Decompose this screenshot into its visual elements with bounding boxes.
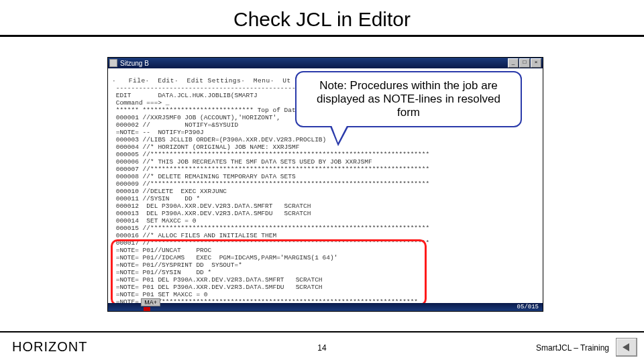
- slide-title: Check JCL in Editor: [0, 8, 644, 31]
- code-line: 000017 //*******************************…: [112, 239, 429, 247]
- code-line: 000006 //* THIS JOB RECREATES THE SMF DA…: [112, 158, 372, 166]
- status-indicator: [144, 307, 150, 311]
- note-line: =NOTE= P01 DEL P390A.XXR.DEV.V2R3.DATA.S…: [112, 276, 323, 284]
- code-line: 000009 //*******************************…: [112, 180, 429, 188]
- code-line: 000015 //*******************************…: [112, 225, 429, 232]
- edit-header: EDIT DATA.JCL.HUK.JOBLIB(SMARTJ: [112, 92, 258, 99]
- product-name: SmartJCL – Training: [536, 343, 609, 353]
- maximize-button[interactable]: □: [519, 58, 530, 68]
- title-underline: [0, 35, 644, 37]
- code-line: 000016 //* ALLOC FILES AND INITIALISE TH…: [112, 232, 276, 239]
- code-line: 000005 //*******************************…: [112, 151, 429, 158]
- command-input[interactable]: Command ===> _: [112, 99, 170, 107]
- code-line: =NOTE= -- NOTIFY=P390J: [112, 129, 204, 136]
- code-line: 000004 //* HORIZONT (ORIGINAL) JOB NAME:…: [112, 143, 299, 151]
- note-line: =NOTE= P01 DEL P390A.XXR.DEV.V2R3.DATA.S…: [112, 284, 323, 291]
- callout-tail-fill: [331, 123, 348, 143]
- code-line: 000010 //DELETE EXEC XXRJUNC: [112, 188, 227, 195]
- code-line: 000012 DEL P390A.XXR.DEV.V2R3.DATA.SMFRT…: [112, 202, 311, 210]
- note-line: =NOTE= P01//SYSPRINT DD SYSOUT=*: [112, 261, 242, 269]
- ispf-menubar[interactable]: · File· Edit· Edit Settings· Menu· Ut: [112, 77, 291, 84]
- code-line: 000003 //LIBS JCLLIB ORDER=(P390A.XXR.DE…: [112, 136, 326, 143]
- code-line: 000007 //*******************************…: [112, 166, 429, 173]
- code-line: 000011 //SYSIN DD *: [112, 195, 200, 202]
- code-line: 000001 //XXRJSMF0 JOB (ACCOUNT),'HORIZON…: [112, 114, 280, 121]
- callout-text: Note: Procedures within the job are disp…: [305, 79, 513, 119]
- triangle-left-icon: [621, 343, 632, 352]
- close-button[interactable]: ×: [531, 58, 541, 68]
- code-line: 000002 // NOTIFY=&SYSUID: [112, 121, 238, 129]
- note-line: =NOTE= P01//SYSIN DD *: [112, 269, 211, 276]
- slide-footer: HORIZONT 14 SmartJCL – Training: [0, 335, 644, 359]
- code-line: 000008 //* DELETE REMAINING TEMPORARY DA…: [112, 173, 296, 180]
- cursor-position: 05/015: [517, 304, 539, 311]
- app-icon: [109, 59, 117, 67]
- prev-slide-button[interactable]: [616, 338, 637, 357]
- footer-divider: [0, 331, 644, 333]
- note-line: =NOTE= P01//IDCAMS EXEC PGM=IDCAMS,PARM=…: [112, 254, 337, 261]
- note-line: =NOTE= P01//UNCAT PROC: [112, 247, 211, 254]
- window-title: Sitzung B: [120, 60, 149, 67]
- status-bar: MA+ 05/015: [108, 303, 543, 311]
- svg-marker-0: [623, 343, 629, 351]
- code-line: 000013 DEL P390A.XXR.DEV.V2R3.DATA.SMFDU…: [112, 210, 311, 217]
- minimize-button[interactable]: _: [508, 58, 519, 68]
- window-titlebar: Sitzung B _ □ ×: [108, 58, 543, 68]
- code-line: 000014 SET MAXCC = 0: [112, 217, 196, 225]
- status-left: MA+: [141, 298, 160, 306]
- callout-note: Note: Procedures within the job are disp…: [295, 71, 522, 127]
